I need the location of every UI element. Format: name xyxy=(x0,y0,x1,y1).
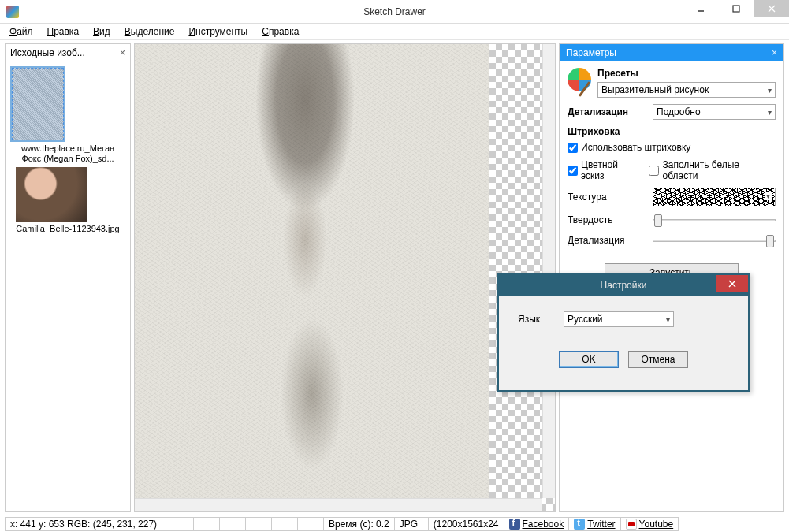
menu-selection[interactable]: Выделение xyxy=(125,26,175,37)
minimize-button[interactable] xyxy=(683,0,718,17)
canvas-image xyxy=(135,44,489,511)
source-panel-header: Исходные изоб... × xyxy=(6,44,130,61)
youtube-link[interactable]: Youtube xyxy=(620,517,679,531)
parameters-header: Параметры × xyxy=(560,44,783,61)
language-select[interactable]: Русский xyxy=(564,311,674,327)
presets-label: Пресеты xyxy=(597,68,776,79)
canvas-area[interactable] xyxy=(134,43,556,512)
twitter-link[interactable]: Twitter xyxy=(568,517,620,531)
ok-button[interactable]: OK xyxy=(559,351,619,368)
facebook-link[interactable]: Facebook xyxy=(504,517,570,531)
detail2-label: Детализация xyxy=(568,235,646,246)
parameters-close-icon[interactable]: × xyxy=(772,47,777,58)
status-format: JPG xyxy=(394,517,429,531)
thumbnail-item[interactable]: www.theplace.ru_Меган Фокс (Megan Fox)_s… xyxy=(10,66,125,164)
fill-white-checkbox[interactable]: Заполнить белые области xyxy=(649,159,776,181)
use-hatching-checkbox[interactable]: Использовать штриховку xyxy=(568,142,690,153)
app-icon xyxy=(6,6,19,18)
hatching-label: Штриховка xyxy=(568,126,776,137)
menu-view[interactable]: Вид xyxy=(93,26,110,37)
dialog-titlebar[interactable]: Настройки xyxy=(499,275,748,296)
source-images-panel: Исходные изоб... × www.theplace.ru_Меган… xyxy=(5,43,131,512)
status-coords: x: 441 y: 653 RGB: (245, 231, 227) xyxy=(5,517,194,531)
hardness-label: Твердость xyxy=(568,214,646,225)
close-button[interactable] xyxy=(754,0,789,17)
thumbnail-label: www.theplace.ru_Меган Фокс (Megan Fox)_s… xyxy=(10,143,125,164)
status-spacer xyxy=(297,517,324,531)
parameters-title: Параметры xyxy=(566,47,616,58)
statusbar: x: 441 y: 653 RGB: (245, 231, 227) Время… xyxy=(0,515,789,532)
status-spacer xyxy=(271,517,298,531)
color-sketch-checkbox[interactable]: Цветной эскиз xyxy=(568,159,642,181)
dialog-title: Настройки xyxy=(601,280,647,291)
menu-edit[interactable]: Правка xyxy=(47,26,80,37)
presets-select[interactable]: Выразительный рисунок xyxy=(597,82,776,98)
vertical-scrollbar[interactable] xyxy=(542,44,555,498)
status-spacer xyxy=(219,517,246,531)
youtube-icon xyxy=(626,519,637,530)
thumbnail-image[interactable] xyxy=(10,66,65,142)
titlebar: Sketch Drawer xyxy=(0,0,789,24)
presets-icon xyxy=(568,68,591,91)
cancel-button[interactable]: Отмена xyxy=(628,351,688,368)
menubar: Файл Правка Вид Выделение Инструменты Сп… xyxy=(0,24,789,39)
status-time: Время (с): 0.2 xyxy=(323,517,395,531)
source-panel-close-icon[interactable]: × xyxy=(120,47,125,58)
dialog-close-button[interactable] xyxy=(716,275,748,292)
status-dims: (1200x1561x24 xyxy=(428,517,504,531)
horizontal-scrollbar[interactable] xyxy=(135,498,542,511)
window-title: Sketch Drawer xyxy=(363,6,426,17)
detail-select[interactable]: Подробно xyxy=(653,104,776,120)
texture-select[interactable] xyxy=(653,188,776,206)
thumbnail-label: Camilla_Belle-1123943.jpg xyxy=(16,224,119,234)
svg-rect-1 xyxy=(733,6,739,12)
detail-label: Детализация xyxy=(568,106,646,117)
maximize-button[interactable] xyxy=(718,0,754,17)
source-panel-title: Исходные изоб... xyxy=(10,47,85,58)
hardness-slider[interactable] xyxy=(653,213,776,227)
detail2-slider[interactable] xyxy=(653,233,776,247)
menu-help[interactable]: Справка xyxy=(262,26,299,37)
status-spacer xyxy=(193,517,220,531)
window-controls xyxy=(683,0,789,17)
status-spacer xyxy=(245,517,272,531)
menu-file[interactable]: Файл xyxy=(9,26,33,37)
settings-dialog: Настройки Язык Русский OK Отмена xyxy=(497,273,750,392)
thumbnail-item[interactable]: Camilla_Belle-1123943.jpg xyxy=(16,167,119,234)
menu-tools[interactable]: Инструменты xyxy=(188,26,247,37)
texture-label: Текстура xyxy=(568,192,646,203)
thumbnail-image[interactable] xyxy=(16,167,87,222)
twitter-icon xyxy=(574,519,585,530)
language-label: Язык xyxy=(518,314,540,325)
facebook-icon xyxy=(509,519,520,530)
